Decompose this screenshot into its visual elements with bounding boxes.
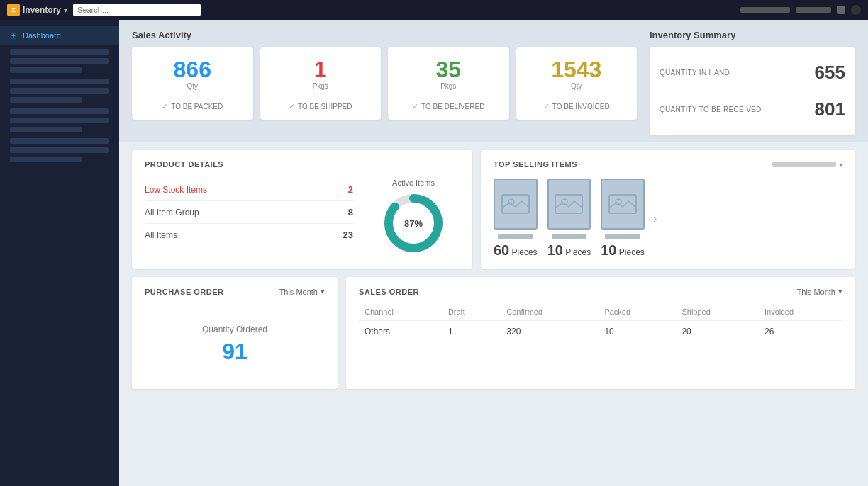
search-input[interactable] bbox=[73, 4, 201, 16]
top-navbar: Z Inventory ▾ bbox=[0, 0, 868, 20]
inventory-summary-card: QUANTITY IN HAND 655 QUANTITY TO BE RECE… bbox=[650, 47, 855, 135]
sales-order-title: SALES ORDER bbox=[359, 288, 419, 296]
so-packed: 10 bbox=[599, 321, 676, 343]
delivered-check-icon: ✓ bbox=[412, 102, 418, 111]
col-shipped: Shipped bbox=[676, 303, 759, 321]
purchase-order-title: PURCHASE ORDER bbox=[145, 288, 224, 296]
product-details-card: PRODUCT DETAILS Low Stock Items 2 All It… bbox=[132, 150, 472, 269]
all-items-label: All Items bbox=[145, 230, 177, 240]
inventory-summary-title: Inventory Summary bbox=[650, 30, 855, 40]
main-layout: ⊞ Dashboard Sales Activity 866 bbox=[0, 20, 868, 486]
topnav-right-controls bbox=[740, 5, 861, 15]
item-name-bar-2 bbox=[552, 234, 586, 239]
filter-bar-icon bbox=[772, 162, 836, 167]
sidebar-item-dashboard-label: Dashboard bbox=[23, 31, 61, 40]
all-items-value: 23 bbox=[343, 230, 353, 240]
sidebar-bar-7 bbox=[10, 108, 109, 114]
top-selling-item-1: 60 Pieces bbox=[494, 179, 538, 259]
table-row: Others 1 320 10 20 26 bbox=[359, 321, 842, 343]
sales-order-header: SALES ORDER This Month ▾ bbox=[359, 287, 842, 296]
item-image-placeholder-3 bbox=[608, 194, 637, 214]
delivered-label: TO BE DELIVERED bbox=[421, 103, 484, 111]
item-image-3 bbox=[601, 179, 645, 230]
sidebar-bar-8 bbox=[10, 118, 109, 123]
col-channel: Channel bbox=[359, 303, 443, 321]
so-filter-arrow-icon: ▾ bbox=[838, 287, 842, 296]
top-selling-items-wrapper: 60 Pieces bbox=[494, 179, 842, 259]
so-invoiced: 26 bbox=[759, 321, 842, 343]
sales-activity-section: Sales Activity 866 Qty ✓ TO BE PACKED bbox=[132, 30, 637, 135]
col-confirmed: Confirmed bbox=[501, 303, 599, 321]
bottom-row: PURCHASE ORDER This Month ▾ Quantity Ord… bbox=[119, 277, 868, 397]
zoho-brand-icon: Z bbox=[7, 4, 20, 16]
pd-row-all-items: All Items 23 bbox=[145, 224, 353, 246]
item-qty-2: 10 Pieces bbox=[547, 242, 591, 259]
inv-label-hand: QUANTITY IN HAND bbox=[660, 69, 730, 77]
table-header-row: Channel Draft Confirmed Packed Shipped I… bbox=[359, 303, 842, 321]
sales-order-filter[interactable]: This Month ▾ bbox=[797, 287, 842, 296]
activity-card-invoiced: 1543 Qty ✓ TO BE INVOICED bbox=[516, 47, 638, 120]
sales-activity-title: Sales Activity bbox=[132, 30, 637, 40]
inv-row-hand: QUANTITY IN HAND 655 bbox=[660, 55, 845, 91]
top-selling-item-2: 10 Pieces bbox=[547, 179, 591, 259]
top-selling-header: TOP SELLING ITEMS ▾ bbox=[494, 160, 842, 169]
sidebar-item-dashboard[interactable]: ⊞ Dashboard bbox=[0, 26, 119, 45]
low-stock-label[interactable]: Low Stock Items bbox=[145, 185, 207, 195]
so-shipped: 20 bbox=[676, 321, 759, 343]
product-details-chart: Active Items 87% bbox=[367, 179, 460, 255]
topnav-bar-2 bbox=[796, 7, 831, 13]
filter-dropdown-icon[interactable]: ▾ bbox=[839, 161, 842, 169]
top-selling-next-arrow[interactable]: › bbox=[650, 210, 660, 228]
invoiced-label: TO BE INVOICED bbox=[552, 103, 610, 111]
sidebar-bar-4 bbox=[10, 79, 109, 84]
sidebar-bar-1 bbox=[10, 49, 109, 55]
topnav-bar-1 bbox=[740, 7, 790, 13]
purchase-order-header: PURCHASE ORDER This Month ▾ bbox=[145, 287, 325, 296]
top-selling-item-3: 10 Pieces bbox=[601, 179, 645, 259]
sidebar-bar-11 bbox=[10, 147, 109, 153]
packed-value: 866 bbox=[145, 57, 240, 82]
item-qty-3: 10 Pieces bbox=[601, 242, 645, 259]
sidebar-bar-6 bbox=[10, 97, 82, 103]
inv-label-received: QUANTITY TO BE RECEIVED bbox=[660, 106, 762, 113]
top-selling-card: TOP SELLING ITEMS ▾ bbox=[481, 150, 855, 269]
top-section: Sales Activity 866 Qty ✓ TO BE PACKED bbox=[119, 20, 868, 142]
invoiced-unit: Qty bbox=[529, 82, 625, 90]
sales-order-table: Channel Draft Confirmed Packed Shipped I… bbox=[359, 303, 842, 342]
main-content: Sales Activity 866 Qty ✓ TO BE PACKED bbox=[119, 20, 868, 486]
item-name-bar-1 bbox=[498, 234, 533, 239]
delivered-value: 35 bbox=[401, 57, 496, 82]
sidebar-bar-3 bbox=[10, 67, 82, 73]
sidebar: ⊞ Dashboard bbox=[0, 20, 119, 486]
so-confirmed: 320 bbox=[501, 321, 599, 343]
product-details-title: PRODUCT DETAILS bbox=[145, 160, 460, 169]
item-qty-1: 60 Pieces bbox=[494, 242, 538, 259]
packed-label: TO BE PACKED bbox=[171, 103, 223, 111]
so-draft: 1 bbox=[443, 321, 501, 343]
packed-unit: Qty bbox=[145, 82, 240, 90]
chart-label: Active Items bbox=[392, 179, 435, 187]
top-selling-items: 60 Pieces bbox=[494, 179, 645, 259]
shipped-value: 1 bbox=[273, 57, 369, 82]
so-filter-label: This Month bbox=[797, 288, 835, 296]
title-dropdown-arrow[interactable]: ▾ bbox=[64, 6, 67, 14]
sidebar-bar-10 bbox=[10, 138, 109, 144]
purchase-order-filter[interactable]: This Month ▾ bbox=[279, 287, 325, 296]
top-selling-filter[interactable]: ▾ bbox=[772, 161, 842, 169]
shipped-unit: Pkgs bbox=[273, 82, 369, 90]
po-qty-label: Quantity Ordered bbox=[145, 324, 325, 334]
inv-value-hand: 655 bbox=[815, 62, 845, 84]
activity-cards-container: 866 Qty ✓ TO BE PACKED 1 Pkgs bbox=[132, 47, 637, 120]
pd-row-item-group: All Item Group 8 bbox=[145, 201, 353, 224]
low-stock-value: 2 bbox=[348, 184, 353, 195]
activity-card-packed: 866 Qty ✓ TO BE PACKED bbox=[132, 47, 253, 120]
product-details-content: Low Stock Items 2 All Item Group 8 All I… bbox=[145, 179, 460, 255]
item-image-1 bbox=[494, 179, 538, 230]
shipped-label: TO BE SHIPPED bbox=[298, 103, 352, 111]
inv-value-received: 801 bbox=[815, 98, 845, 120]
col-invoiced: Invoiced bbox=[759, 303, 842, 321]
purchase-order-card: PURCHASE ORDER This Month ▾ Quantity Ord… bbox=[132, 277, 338, 389]
item-group-label: All Item Group bbox=[145, 208, 199, 217]
col-draft: Draft bbox=[443, 303, 501, 321]
app-logo: Z Inventory ▾ bbox=[7, 4, 67, 16]
